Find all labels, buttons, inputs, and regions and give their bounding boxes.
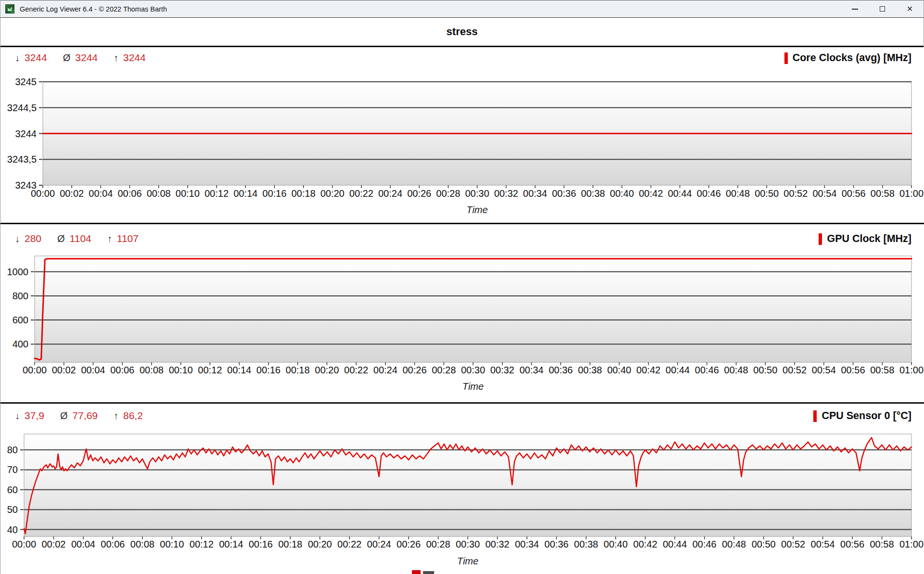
- svg-text:Time: Time: [466, 204, 488, 215]
- gpu-clock-chart[interactable]: 400600800100000:0000:0200:0400:0600:0800…: [0, 224, 924, 402]
- stat-max: ↑3244: [114, 52, 146, 64]
- svg-text:00:00: 00:00: [31, 188, 55, 199]
- svg-text:40: 40: [7, 524, 18, 535]
- core-clocks-chart[interactable]: 32433243,532443244,5324500:0000:0200:040…: [0, 47, 924, 223]
- svg-text:00:54: 00:54: [811, 539, 835, 549]
- stat-avg: Ø1104: [57, 233, 91, 244]
- svg-text:3244: 3244: [15, 128, 37, 139]
- svg-text:50: 50: [7, 504, 18, 515]
- svg-text:800: 800: [13, 291, 28, 301]
- svg-text:00:58: 00:58: [871, 188, 895, 199]
- svg-text:00:38: 00:38: [578, 365, 602, 375]
- avg-icon: Ø: [60, 410, 68, 421]
- svg-text:00:10: 00:10: [176, 188, 200, 199]
- stat-avg-value: 3244: [75, 52, 98, 64]
- svg-text:600: 600: [13, 315, 28, 325]
- title-bar[interactable]: Generic Log Viewer 6.4 - © 2022 Thomas B…: [0, 0, 924, 18]
- minimize-button[interactable]: [841, 0, 869, 17]
- stat-max-value: 3244: [123, 52, 146, 64]
- cpu-temp-chart[interactable]: 405060708000:0000:0200:0400:0600:0800:10…: [0, 404, 924, 574]
- svg-text:1000: 1000: [7, 267, 29, 277]
- svg-text:00:52: 00:52: [783, 365, 807, 375]
- svg-text:00:36: 00:36: [544, 539, 568, 549]
- svg-text:01:00: 01:00: [899, 365, 924, 375]
- app-logo-icon: [5, 4, 14, 13]
- stat-max-value: 1107: [117, 233, 139, 244]
- svg-text:00:30: 00:30: [456, 539, 480, 549]
- app-window: Generic Log Viewer 6.4 - © 2022 Thomas B…: [0, 0, 924, 574]
- svg-text:Time: Time: [462, 381, 484, 392]
- legend-color-bar: [813, 410, 817, 422]
- max-arrow-icon: ↑: [107, 233, 112, 244]
- svg-text:00:42: 00:42: [636, 365, 660, 375]
- stat-max: ↑86,2: [114, 410, 143, 421]
- max-arrow-icon: ↑: [114, 52, 118, 64]
- stat-min-value: 3244: [25, 52, 47, 64]
- svg-text:00:04: 00:04: [89, 188, 113, 199]
- close-icon: ✕: [907, 5, 913, 13]
- svg-text:00:20: 00:20: [308, 539, 332, 549]
- svg-text:00:54: 00:54: [812, 188, 836, 199]
- svg-text:00:14: 00:14: [219, 539, 243, 549]
- log-header: stress: [0, 18, 924, 47]
- svg-text:00:10: 00:10: [160, 539, 184, 549]
- svg-text:00:58: 00:58: [870, 365, 894, 375]
- svg-text:00:52: 00:52: [781, 539, 805, 549]
- svg-text:00:52: 00:52: [783, 188, 808, 199]
- svg-text:3243,5: 3243,5: [7, 154, 37, 165]
- svg-text:00:46: 00:46: [697, 188, 721, 199]
- gpu-clock-legend: GPU Clock [MHz]: [819, 233, 911, 245]
- stat-min-value: 37,9: [25, 410, 44, 421]
- svg-text:60: 60: [7, 485, 18, 495]
- gpu-clock-panel: ↓280 Ø1104 ↑1107 GPU Clock [MHz] 4006008…: [0, 224, 924, 404]
- core-clocks-legend: Core Clocks (avg) [MHz]: [784, 52, 911, 64]
- svg-text:00:18: 00:18: [278, 539, 302, 549]
- svg-text:00:12: 00:12: [205, 188, 229, 199]
- stat-avg: Ø3244: [63, 52, 98, 64]
- svg-text:00:02: 00:02: [41, 539, 65, 549]
- svg-text:00:16: 00:16: [249, 539, 273, 549]
- stat-min: ↓280: [15, 233, 41, 244]
- svg-text:00:24: 00:24: [373, 365, 398, 375]
- svg-text:Time: Time: [457, 556, 478, 566]
- svg-text:00:22: 00:22: [337, 539, 361, 549]
- svg-text:00:00: 00:00: [23, 365, 47, 375]
- cpu-sensor-stats: ↓37,9 Ø77,69 ↑86,2: [15, 410, 143, 421]
- avg-icon: Ø: [63, 52, 71, 64]
- svg-text:00:32: 00:32: [490, 365, 514, 375]
- svg-text:00:14: 00:14: [233, 188, 257, 199]
- svg-text:00:24: 00:24: [378, 188, 402, 199]
- svg-text:00:34: 00:34: [515, 539, 539, 549]
- svg-text:00:50: 00:50: [753, 365, 777, 375]
- svg-text:00:44: 00:44: [663, 539, 687, 549]
- close-button[interactable]: ✕: [896, 0, 924, 17]
- core-clocks-panel: ↓3244 Ø3244 ↑3244 Core Clocks (avg) [MHz…: [0, 47, 924, 224]
- min-arrow-icon: ↓: [15, 233, 20, 244]
- svg-text:00:36: 00:36: [549, 365, 573, 375]
- svg-text:00:16: 00:16: [257, 365, 281, 375]
- svg-text:00:40: 00:40: [603, 539, 628, 549]
- svg-text:00:14: 00:14: [227, 365, 251, 375]
- svg-text:00:02: 00:02: [52, 365, 76, 375]
- legend-color-bar: [784, 52, 788, 64]
- maximize-icon: [880, 6, 885, 12]
- svg-text:00:58: 00:58: [870, 539, 894, 549]
- svg-text:00:22: 00:22: [349, 188, 373, 199]
- min-arrow-icon: ↓: [15, 410, 20, 421]
- stat-avg-value: 77,69: [72, 410, 98, 421]
- svg-text:00:12: 00:12: [190, 539, 214, 549]
- svg-text:00:28: 00:28: [436, 188, 460, 199]
- svg-text:00:36: 00:36: [552, 188, 576, 199]
- svg-text:00:28: 00:28: [426, 539, 450, 549]
- svg-text:00:46: 00:46: [695, 365, 719, 375]
- svg-text:00:32: 00:32: [494, 188, 518, 199]
- svg-text:00:42: 00:42: [633, 539, 657, 549]
- svg-text:00:28: 00:28: [432, 365, 456, 375]
- svg-text:00:26: 00:26: [407, 188, 431, 199]
- legend-label: Core Clocks (avg) [MHz]: [793, 52, 911, 64]
- stat-min: ↓37,9: [15, 410, 44, 421]
- maximize-button[interactable]: [869, 0, 896, 17]
- svg-text:00:20: 00:20: [315, 365, 339, 375]
- stat-avg-value: 1104: [70, 233, 91, 244]
- svg-text:00:38: 00:38: [581, 188, 605, 199]
